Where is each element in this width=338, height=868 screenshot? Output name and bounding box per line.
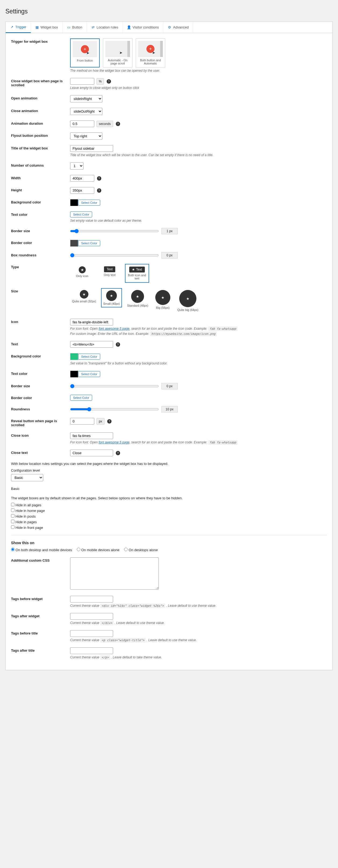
size-56[interactable]: ★Big (56px): [153, 288, 172, 311]
anim-duration-input[interactable]: [70, 120, 94, 127]
btn-roundness-slider[interactable]: [70, 407, 159, 411]
page-title: Settings: [5, 5, 333, 16]
reveal-input[interactable]: [70, 418, 94, 425]
hide-front-page[interactable]: Hide in front page: [11, 525, 327, 530]
config-level-select[interactable]: Basic: [11, 474, 43, 481]
icon-input[interactable]: [70, 319, 113, 326]
close-scroll-input[interactable]: [70, 78, 94, 85]
open-anim-select[interactable]: slideInRight: [70, 95, 102, 102]
hide-posts[interactable]: Hide in posts: [11, 514, 327, 518]
tab-trigger[interactable]: ↗Trigger: [6, 22, 31, 33]
user-icon: 👤: [127, 26, 131, 29]
open-anim-label: Open animation: [11, 95, 70, 100]
tab-widget-box[interactable]: ▦Widget box: [31, 22, 63, 33]
show-desktop[interactable]: On desktops alone: [124, 548, 158, 552]
help-icon[interactable]: ?: [116, 122, 120, 126]
columns-select[interactable]: 1: [70, 162, 84, 169]
tags-before-title-input[interactable]: [70, 630, 113, 637]
trigger-desc: The method on how the widget box can be …: [70, 69, 327, 72]
btn-text-color-swatch[interactable]: [70, 371, 78, 378]
help-icon[interactable]: ?: [107, 419, 112, 424]
icon-label: Icon: [11, 319, 70, 324]
type-both[interactable]: ★Text Both icon and text: [125, 264, 149, 283]
btn-bg-desc: Set value to "transparent" for a button …: [70, 362, 327, 365]
type-only-icon[interactable]: ★ Only icon: [70, 264, 94, 280]
btn-bg-swatch[interactable]: [70, 353, 78, 360]
tab-visitor-conditions[interactable]: 👤Visitor conditions: [123, 22, 163, 33]
tags-before-widget-desc: Current theme value <div id="%1$s" class…: [70, 604, 327, 608]
help-icon[interactable]: ?: [116, 451, 120, 455]
close-text-label: Close text: [11, 450, 70, 455]
fa-link[interactable]: font awesome 5 page: [99, 327, 129, 331]
layout-icon: ▦: [35, 26, 39, 29]
bg-color-swatch[interactable]: [70, 199, 78, 206]
roundness-slider[interactable]: [70, 253, 159, 257]
btn-border-color-label: Border color: [11, 395, 70, 400]
height-label: Height: [11, 187, 70, 192]
tags-after-title-input[interactable]: [70, 647, 113, 654]
custom-css-textarea[interactable]: [70, 557, 159, 590]
button-icon: ▭: [67, 26, 71, 29]
trigger-option-from-button[interactable]: +➤ From button: [70, 38, 100, 67]
close-scroll-label: Close widget box when page is scrolled: [11, 78, 70, 87]
help-icon[interactable]: ?: [97, 188, 101, 193]
close-anim-label: Close animation: [11, 108, 70, 113]
trigger-option-both[interactable]: +➤ Both button and Automatic: [136, 38, 165, 67]
close-icon-label: Close icon: [11, 432, 70, 437]
flyout-pos-select[interactable]: Top right: [70, 132, 102, 140]
tab-location-rules[interactable]: ⇄Location rules: [87, 22, 123, 33]
height-input[interactable]: [70, 187, 94, 194]
width-label: Width: [11, 175, 70, 180]
trigger-option-automatic[interactable]: ➤ Automatic - On page scroll: [103, 38, 132, 67]
border-color-swatch[interactable]: [70, 240, 78, 247]
external-icon: ↗: [10, 25, 14, 29]
text-color-btn[interactable]: Select Color: [70, 212, 92, 217]
tags-after-widget-input[interactable]: [70, 613, 113, 620]
size-64[interactable]: ★Quite big (64px): [176, 288, 200, 313]
hide-home-page[interactable]: Hide in home page: [11, 508, 327, 513]
size-40[interactable]: ★Small (40px): [101, 288, 122, 307]
box-title-input[interactable]: [70, 145, 113, 152]
border-color-label: Border color: [11, 240, 70, 245]
hide-all-pages[interactable]: Hide in all pages: [11, 503, 327, 507]
size-32[interactable]: ★Quite small (32px): [70, 288, 98, 305]
tab-button[interactable]: ▭Button: [63, 22, 87, 33]
btn-text-input[interactable]: [70, 341, 113, 348]
btn-border-color-btn[interactable]: Select Color: [70, 395, 92, 401]
size-label: Size: [11, 288, 70, 293]
tags-after-title-desc: Current theme value </p> . Leave default…: [70, 655, 327, 659]
roundness-label: Box roundness: [11, 252, 70, 257]
bg-color-btn[interactable]: Select Color: [78, 200, 100, 206]
btn-bg-btn[interactable]: Select Color: [78, 354, 100, 360]
type-only-text[interactable]: Text Only text: [97, 264, 122, 279]
star-icon: ★: [132, 268, 135, 271]
tags-before-widget-input[interactable]: [70, 596, 113, 602]
star-icon: ★: [155, 290, 170, 305]
width-input[interactable]: [70, 175, 94, 182]
close-anim-select[interactable]: slideOutRight: [70, 108, 102, 115]
hide-pages[interactable]: Hide in pages: [11, 520, 327, 524]
icon-desc2: For custom image: Enter the URL of the i…: [70, 332, 327, 336]
help-icon[interactable]: ?: [97, 176, 101, 181]
columns-label: Number of columns: [11, 162, 70, 167]
border-size-slider[interactable]: [70, 229, 159, 233]
text-color-desc: Set empty value to use default color as …: [70, 219, 327, 222]
size-48[interactable]: ★Standard (48px): [125, 288, 150, 309]
show-both[interactable]: On both desktop and mobile devices: [11, 548, 72, 552]
btn-border-size-slider[interactable]: [70, 384, 159, 388]
help-icon[interactable]: ?: [116, 342, 120, 347]
tab-advanced[interactable]: ⚙Advanced: [163, 22, 193, 33]
anim-duration-suffix: seconds: [96, 121, 113, 127]
btn-border-size-value: 0 px: [161, 383, 178, 390]
border-color-btn[interactable]: Select Color: [78, 240, 100, 246]
close-text-input[interactable]: [70, 450, 113, 456]
close-scroll-suffix: %: [96, 78, 104, 85]
btn-text-color-btn[interactable]: Select Color: [78, 371, 100, 377]
star-icon: ★: [106, 290, 117, 301]
box-title-desc: Title of the widget box which will be sh…: [70, 153, 327, 157]
help-icon[interactable]: ?: [107, 79, 111, 84]
show-mobile[interactable]: On mobile devices alone: [77, 548, 120, 552]
fa-link[interactable]: font awesome 5 page: [99, 440, 129, 444]
close-icon-input[interactable]: [70, 432, 113, 439]
btn-roundness-label: Roundness: [11, 406, 70, 411]
